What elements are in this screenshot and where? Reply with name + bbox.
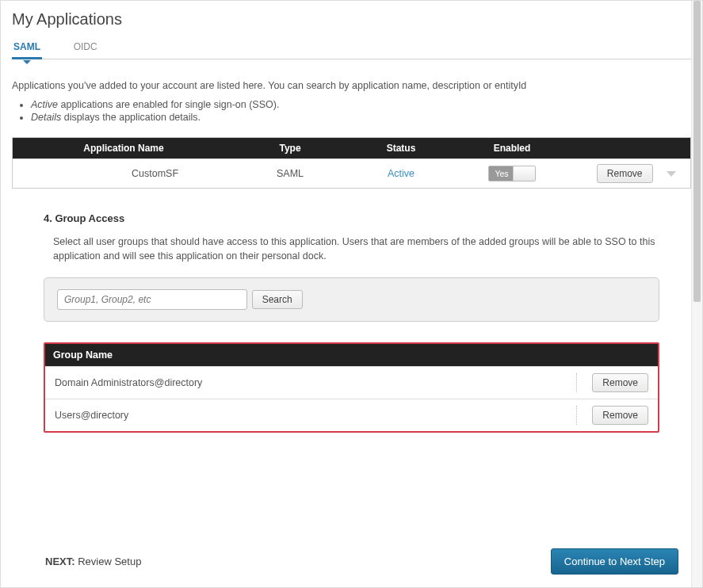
tab-oidc[interactable]: OIDC	[72, 36, 99, 59]
application-row: CustomSF SAML Active Yes Remove	[13, 158, 690, 188]
group-search-button[interactable]: Search	[252, 290, 303, 309]
page-title: My Applications	[12, 10, 691, 29]
enabled-toggle[interactable]: Yes	[488, 166, 536, 181]
tab-saml[interactable]: SAML	[12, 36, 42, 59]
scrollbar-thumb[interactable]	[693, 1, 701, 302]
group-remove-button[interactable]: Remove	[592, 373, 648, 392]
intro-text: Applications you've added to your accoun…	[12, 80, 691, 91]
note-active: Active applications are enabled for sing…	[31, 99, 691, 110]
group-search-box: Search	[44, 277, 659, 322]
group-remove-button[interactable]: Remove	[592, 406, 648, 425]
group-table-header: Group Name	[45, 344, 658, 366]
row-separator	[576, 406, 577, 425]
app-type: SAML	[235, 163, 346, 184]
step-heading: 4. Group Access	[44, 212, 659, 224]
notes-list: Active applications are enabled for sing…	[31, 99, 691, 123]
tab-bar: SAML OIDC	[12, 36, 691, 59]
app-remove-button[interactable]: Remove	[597, 164, 653, 183]
col-header-type: Type	[235, 138, 346, 158]
group-access-step: 4. Group Access Select all user groups t…	[12, 189, 691, 433]
applications-table: Application Name Type Status Enabled Cus…	[12, 137, 691, 189]
next-text: Review Setup	[75, 556, 142, 567]
group-name: Users@directory	[55, 410, 128, 421]
vertical-scrollbar[interactable]	[691, 1, 702, 587]
continue-button[interactable]: Continue to Next Step	[551, 548, 678, 575]
note-active-em: Active	[31, 99, 58, 110]
note-details-rest: displays the application details.	[61, 112, 201, 123]
next-step-label: NEXT: Review Setup	[45, 556, 141, 567]
note-active-rest: applications are enabled for single sign…	[58, 99, 279, 110]
group-search-input[interactable]	[57, 289, 247, 310]
col-header-name: Application Name	[13, 138, 235, 158]
app-name: CustomSF	[13, 163, 235, 184]
expand-row-icon[interactable]	[667, 171, 676, 177]
group-row: Users@directory Remove	[45, 399, 658, 431]
step-description: Select all user groups that should have …	[53, 235, 659, 263]
note-details: Details displays the application details…	[31, 112, 691, 123]
col-header-status: Status	[346, 138, 457, 158]
group-row: Domain Administrators@directory Remove	[45, 366, 658, 399]
enabled-toggle-knob	[513, 166, 535, 181]
footer-bar: NEXT: Review Setup Continue to Next Step	[45, 548, 678, 575]
note-details-em: Details	[31, 112, 61, 123]
page-container: My Applications SAML OIDC Applications y…	[0, 0, 703, 588]
group-name: Domain Administrators@directory	[55, 377, 202, 388]
next-prefix: NEXT:	[45, 556, 75, 567]
app-status[interactable]: Active	[388, 168, 415, 179]
col-header-enabled: Enabled	[457, 138, 567, 158]
enabled-toggle-label: Yes	[489, 166, 514, 181]
row-separator	[576, 373, 577, 392]
applications-table-header: Application Name Type Status Enabled	[13, 138, 690, 158]
group-table: Group Name Domain Administrators@directo…	[44, 342, 659, 433]
col-header-actions	[567, 138, 690, 158]
